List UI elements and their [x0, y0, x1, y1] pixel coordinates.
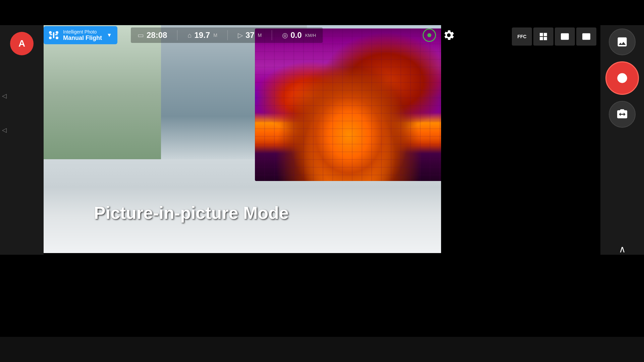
top-bar [0, 0, 644, 25]
fullscreen-button[interactable] [576, 27, 596, 46]
camera-toolbar: FFC [512, 27, 596, 46]
stat-divider-3 [272, 30, 272, 40]
thermal-pip-wrapper [149, 27, 337, 179]
ffc-button[interactable]: FFC [512, 27, 532, 46]
mode-selector[interactable]: Intelligent Photo Manual Flight ▼ [44, 26, 117, 44]
svg-rect-9 [540, 37, 543, 40]
photo-video-switch-button[interactable] [609, 101, 636, 128]
left-panel: A ◁ ◁ [0, 25, 44, 255]
svg-point-6 [56, 37, 58, 39]
record-button[interactable] [605, 61, 639, 95]
left-arrows: ◁ ◁ [0, 92, 8, 134]
speed-icon: ◎ [282, 31, 288, 39]
pip-toggle-button[interactable] [555, 27, 575, 46]
status-indicators: ▭ 28:08 ⌂ 19.7M ▷ 37M ◎ 0.0KM/H [131, 27, 323, 43]
pip-mode-label: Picture-in-picture Mode [94, 203, 289, 223]
speed-stat: ◎ 0.0KM/H [282, 31, 316, 40]
svg-point-5 [49, 37, 52, 39]
app-logo[interactable]: A [10, 32, 34, 55]
svg-point-4 [56, 31, 58, 34]
mode-dropdown-arrow[interactable]: ▼ [107, 32, 112, 38]
thermal-pip [255, 28, 441, 181]
battery-icon: ▭ [138, 31, 144, 39]
thermal-inner [255, 28, 441, 181]
svg-rect-13 [583, 34, 590, 39]
svg-rect-7 [540, 33, 543, 36]
svg-rect-8 [544, 33, 547, 36]
right-panel: ∧ [600, 25, 644, 255]
bottom-bar [0, 337, 644, 362]
altitude-stat: ⌂ 19.7M [187, 31, 217, 40]
left-arrow-bottom[interactable]: ◁ [2, 126, 7, 134]
thermal-grid [255, 28, 441, 181]
svg-rect-12 [565, 37, 568, 39]
svg-point-14 [617, 73, 627, 83]
svg-rect-2 [53, 32, 54, 38]
distance-stat: ▷ 37M [238, 31, 262, 40]
altitude-icon: ⌂ [187, 32, 192, 39]
grid-button[interactable] [533, 27, 553, 46]
chevron-up-button[interactable]: ∧ [619, 244, 626, 255]
drone-mode-icon [48, 29, 60, 41]
mode-text: Intelligent Photo Manual Flight [63, 29, 102, 42]
battery-stat: ▭ 28:08 [138, 31, 167, 40]
stat-divider-1 [177, 30, 177, 40]
svg-rect-10 [544, 37, 547, 40]
stat-divider-2 [227, 30, 228, 40]
svg-point-3 [49, 31, 52, 34]
camera-view: Picture-in-picture Mode [44, 25, 441, 253]
svg-rect-0 [50, 34, 52, 35]
distance-icon: ▷ [238, 31, 243, 39]
left-arrow-top[interactable]: ◁ [2, 92, 7, 100]
svg-rect-1 [55, 34, 58, 35]
